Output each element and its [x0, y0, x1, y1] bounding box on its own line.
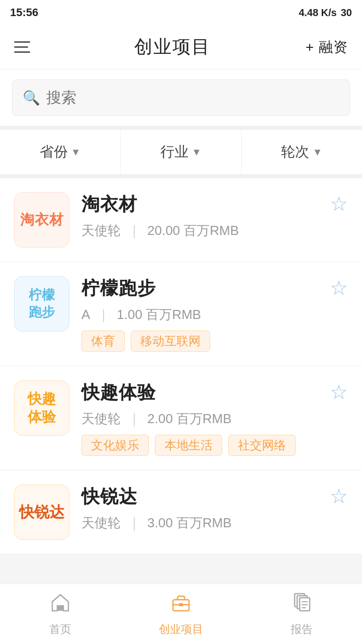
nav-label-projects: 创业项目	[159, 622, 203, 637]
project-content-kuaird: 快锐达 天使轮 ｜ 3.00 百万RMB	[81, 485, 348, 539]
project-round-kuaird: 天使轮	[81, 514, 121, 532]
logo-text-taoyicai: 淘衣材	[20, 211, 64, 229]
battery-indicator: 30	[341, 7, 352, 19]
round-label: 轮次	[281, 142, 309, 162]
project-info-kuaiq: 天使轮 ｜ 2.00 百万RMB	[81, 410, 318, 428]
menu-button[interactable]	[14, 41, 39, 53]
svg-rect-0	[58, 606, 63, 611]
project-logo-kuaiq: 快趣体验	[14, 380, 69, 436]
project-logo-lemon: 柠檬跑步	[14, 276, 69, 332]
tag-culture: 文化娱乐	[81, 435, 149, 456]
project-info-taoyicai: 天使轮 ｜ 20.00 百万RMB	[81, 222, 318, 239]
project-info-kuaird: 天使轮 ｜ 3.00 百万RMB	[81, 514, 318, 532]
financing-button[interactable]: + 融资	[306, 38, 348, 57]
project-item-kuaird[interactable]: 快锐达 快锐达 天使轮 ｜ 3.00 百万RMB ☆	[0, 470, 362, 554]
nav-item-home[interactable]: 首页	[15, 592, 106, 637]
project-name-taoyicai: 淘衣材	[81, 192, 318, 217]
industry-filter[interactable]: 行业 ▼	[121, 130, 241, 174]
project-content-lemon: 柠檬跑步 A ｜ 1.00 百万RMB 体育 移动互联网	[81, 276, 348, 352]
star-button-kuaiq[interactable]: ☆	[330, 380, 348, 404]
divider3: ｜	[128, 410, 140, 428]
project-logo-taoyicai: 淘衣材	[14, 192, 69, 248]
bottom-nav: 首页 创业项目 报告	[0, 584, 362, 644]
province-filter[interactable]: 省份 ▼	[0, 130, 121, 174]
province-label: 省份	[40, 142, 68, 162]
project-round-kuaiq: 天使轮	[81, 410, 121, 428]
project-item-lemon[interactable]: 柠檬跑步 柠檬跑步 A ｜ 1.00 百万RMB 体育 移动互联网 ☆	[0, 262, 362, 366]
logo-text-kuaiq: 快趣体验	[28, 390, 56, 427]
header: 创业项目 + 融资	[0, 25, 362, 69]
industry-label: 行业	[160, 142, 189, 162]
project-amount-lemon: 1.00 百万RMB	[117, 306, 201, 324]
divider2: ｜	[97, 306, 110, 324]
report-icon	[291, 592, 313, 619]
star-button-kuaird[interactable]: ☆	[330, 485, 348, 508]
project-amount-taoyicai: 20.00 百万RMB	[147, 222, 239, 239]
divider: ｜	[128, 222, 140, 239]
province-arrow: ▼	[71, 146, 81, 158]
project-tags-kuaiq: 文化娱乐 本地生活 社交网络	[81, 435, 318, 456]
industry-arrow: ▼	[192, 146, 202, 158]
network-speed: 4.48 K/s	[299, 7, 337, 19]
star-button-lemon[interactable]: ☆	[330, 276, 348, 299]
divider4: ｜	[128, 514, 140, 532]
project-amount-kuaiq: 2.00 百万RMB	[147, 410, 232, 428]
round-arrow: ▼	[312, 146, 322, 158]
home-icon	[49, 592, 71, 619]
tag-mobile-internet: 移动互联网	[131, 331, 210, 352]
nav-item-reports[interactable]: 报告	[256, 592, 347, 637]
nav-item-projects[interactable]: 创业项目	[136, 592, 226, 637]
logo-text-kuaird: 快锐达	[19, 502, 64, 523]
star-button-taoyicai[interactable]: ☆	[330, 192, 348, 215]
project-item-kuaiq[interactable]: 快趣体验 快趣体验 天使轮 ｜ 2.00 百万RMB 文化娱乐 本地生活 社交网…	[0, 366, 362, 470]
project-amount-kuaird: 3.00 百万RMB	[147, 514, 232, 532]
nav-label-reports: 报告	[291, 622, 313, 637]
nav-label-home: 首页	[49, 622, 71, 637]
project-tags-lemon: 体育 移动互联网	[81, 331, 318, 352]
project-round-lemon: A	[81, 307, 90, 323]
project-content-taoyicai: 淘衣材 天使轮 ｜ 20.00 百万RMB	[81, 192, 348, 247]
tag-local-life: 本地生活	[155, 435, 222, 456]
search-input[interactable]	[46, 89, 339, 106]
project-logo-kuaird: 快锐达	[14, 485, 69, 540]
search-section: 🔍	[0, 69, 362, 130]
logo-text-lemon: 柠檬跑步	[29, 287, 55, 321]
project-name-kuaird: 快锐达	[81, 485, 318, 509]
filter-bar: 省份 ▼ 行业 ▼ 轮次 ▼	[0, 130, 362, 178]
svg-rect-3	[179, 603, 183, 606]
briefcase-icon	[170, 592, 192, 619]
search-icon: 🔍	[23, 90, 40, 106]
tag-sports: 体育	[81, 331, 125, 352]
project-name-kuaiq: 快趣体验	[81, 380, 318, 405]
project-info-lemon: A ｜ 1.00 百万RMB	[81, 306, 318, 324]
project-content-kuaiq: 快趣体验 天使轮 ｜ 2.00 百万RMB 文化娱乐 本地生活 社交网络	[81, 380, 348, 456]
project-name-lemon: 柠檬跑步	[81, 276, 318, 301]
status-icons: 4.48 K/s 30	[299, 7, 352, 19]
page-title: 创业项目	[134, 35, 211, 59]
tag-social: 社交网络	[228, 435, 296, 456]
status-time: 15:56	[10, 6, 38, 19]
round-filter[interactable]: 轮次 ▼	[242, 130, 362, 174]
search-container: 🔍	[12, 79, 350, 116]
status-bar: 15:56 4.48 K/s 30	[0, 0, 362, 25]
project-item-taoyicai[interactable]: 淘衣材 淘衣材 天使轮 ｜ 20.00 百万RMB ☆	[0, 178, 362, 262]
project-list: 淘衣材 淘衣材 天使轮 ｜ 20.00 百万RMB ☆ 柠檬跑步 柠檬跑步 A	[0, 178, 362, 554]
project-round-taoyicai: 天使轮	[81, 222, 121, 239]
